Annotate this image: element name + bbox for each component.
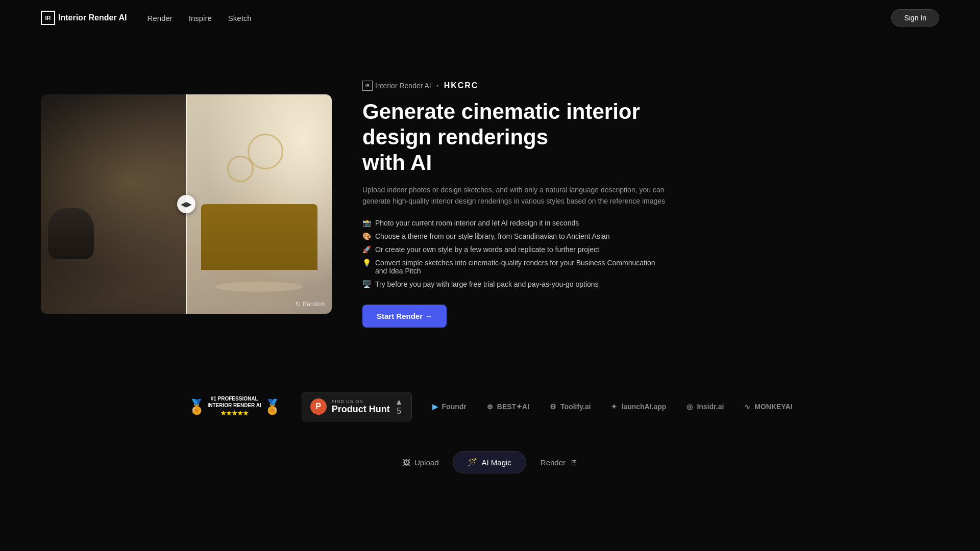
main-content: ◀▶ ↻ Random IR Interior Render AI • HKCR… [0,0,980,357]
tab-upload[interactable]: 🖼 Upload [388,452,453,473]
feature-emoji-1: 📸 [362,219,371,227]
feature-item-5: 🖥️ Try before you pay with large free tr… [362,280,669,288]
launchai-icon: ✦ [611,403,617,411]
partner-foundr[interactable]: ▶ Foundr [432,403,467,411]
partner-launchai[interactable]: ✦ launchAI.app [611,403,666,411]
award-line1: #1 PROFESSIONAL [208,395,261,402]
bottom-bar: 🏅 #1 PROFESSIONAL INTERIOR RENDER AI ★★★… [0,378,980,436]
partner-insidr[interactable]: ◎ Insidr.ai [687,403,724,411]
mirror-deco-2 [227,156,254,182]
nav-logo[interactable]: IR Interior Render AI [41,11,127,25]
feature-item-1: 📸 Photo your current room interior and l… [362,219,669,227]
partner-toolify[interactable]: ⚙ Toolify.ai [550,403,591,411]
nav-render-link[interactable]: Render [148,14,173,22]
feature-text-2: Choose a theme from our style library, f… [375,232,610,240]
partner-name: HKCRC [444,81,479,90]
feature-item-4: 💡 Convert simple sketches into cinematic… [362,259,669,275]
ph-find-text: FIND US ON [332,399,390,404]
start-render-button[interactable]: Start Render → [362,305,447,328]
ai-magic-emoji: 🪄 [468,458,477,467]
product-hunt-text: FIND US ON Product Hunt [332,399,390,415]
toolify-icon: ⚙ [550,403,556,411]
navbar: IR Interior Render AI Render Inspire Ske… [0,0,980,36]
feature-item-3: 🚀 Or create your own style by a few word… [362,245,669,254]
award-line2: INTERIOR RENDER AI [208,402,261,409]
chair-silhouette [48,208,94,259]
brand-line: IR Interior Render AI • HKCRC [362,81,669,91]
after-image [186,94,332,314]
nav-sketch-link[interactable]: Sketch [228,14,252,22]
render-emoji: 🖥 [570,458,577,467]
ph-arrow: ▲ 5 [395,397,403,416]
ph-name-text: Product Hunt [332,404,390,415]
laurel-left: 🏅 [188,398,206,415]
logo-icon: IR [41,11,55,25]
monkeyai-icon: ∿ [744,403,750,411]
feature-emoji-2: 🎨 [362,232,371,240]
hero-title: Generate cinematic interior design rende… [362,99,669,176]
feature-emoji-5: 🖥️ [362,280,371,288]
nav-links: Render Inspire Sketch [148,14,892,22]
table-deco [215,282,303,292]
small-logo-icon: IR [362,81,373,91]
before-image [41,94,186,314]
comparison-handle[interactable]: ◀▶ [177,195,195,213]
hero-subtitle: Upload indoor photos or design sketches,… [362,184,669,207]
ai-magic-label: AI Magic [481,458,511,467]
partner-monkeyai[interactable]: ∿ MONKEYAI [744,403,792,411]
feature-emoji-3: 🚀 [362,245,371,254]
partner-best-ai[interactable]: ⊕ BEST✦AI [487,403,529,411]
feature-text-5: Try before you pay with large free trial… [375,280,599,288]
upload-label: Upload [414,458,439,467]
feature-text-4: Convert simple sketches into cinematic-q… [375,259,669,275]
sign-in-button[interactable]: Sign In [891,9,939,27]
product-hunt-badge[interactable]: P FIND US ON Product Hunt ▲ 5 [302,392,412,421]
product-hunt-icon: P [310,398,327,415]
feature-item-2: 🎨 Choose a theme from our style library,… [362,232,669,240]
upload-emoji: 🖼 [403,458,410,467]
award-stars: ★★★★★ [208,410,261,418]
brand-logo-small: IR Interior Render AI [362,81,431,91]
feature-list: 📸 Photo your current room interior and l… [362,219,669,288]
bottom-tabs: 🖼 Upload 🪄 AI Magic Render 🖥 [0,441,980,484]
foundr-icon: ▶ [432,403,438,411]
tab-render[interactable]: Render 🖥 [526,452,592,473]
random-label[interactable]: ↻ Random [296,300,326,308]
hero-content: IR Interior Render AI • HKCRC Generate c… [362,81,669,328]
best-ai-icon: ⊕ [487,403,493,411]
render-label: Render [541,458,566,467]
dot-separator: • [436,82,439,90]
insidr-icon: ◎ [687,403,693,411]
feature-text-3: Or create your own style by a few words … [375,245,599,254]
laurel-right: 🏅 [263,398,281,415]
award-badge: 🏅 #1 PROFESSIONAL INTERIOR RENDER AI ★★★… [188,395,281,418]
logo-text: Interior Render AI [58,13,127,22]
tab-ai-magic[interactable]: 🪄 AI Magic [453,451,526,473]
feature-emoji-4: 💡 [362,259,371,267]
image-comparison[interactable]: ◀▶ ↻ Random [41,94,332,314]
feature-text-1: Photo your current room interior and let… [375,219,579,227]
nav-inspire-link[interactable]: Inspire [189,14,212,22]
